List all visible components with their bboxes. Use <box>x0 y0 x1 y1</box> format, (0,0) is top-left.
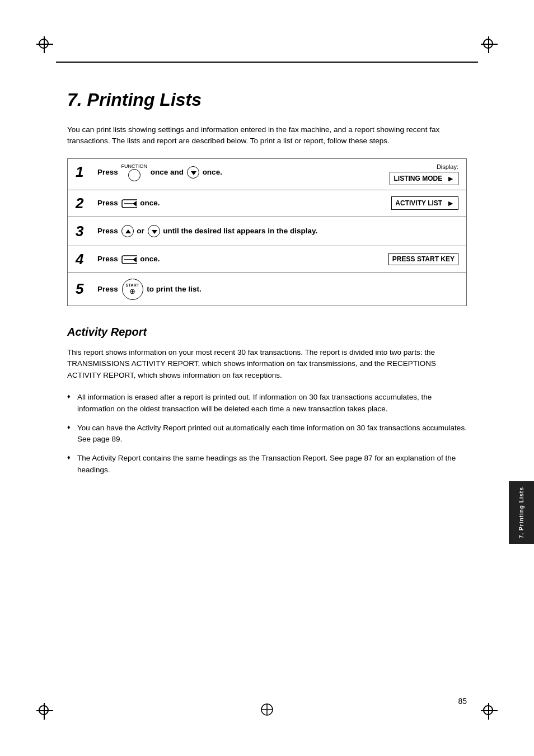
step4-text: Press once. <box>97 254 160 264</box>
side-tab: 7. Printing Lists <box>509 481 534 544</box>
display-header: Display: <box>366 163 458 170</box>
enter-button-2 <box>121 198 137 208</box>
bottom-center-mark <box>259 701 275 720</box>
step-row-1: 1 Press FUNCTION once and <box>68 158 467 190</box>
start-symbol: ⊕ <box>129 287 135 295</box>
svg-marker-3 <box>191 171 196 175</box>
step-number-5: 5 <box>76 280 95 298</box>
top-rule <box>56 62 478 63</box>
down-button-1 <box>187 166 199 179</box>
step1-text: Press FUNCTION once and <box>97 163 222 181</box>
main-content: 7. Printing Lists You can print lists sh… <box>67 73 467 483</box>
chapter-title: 7. Printing Lists <box>67 90 467 110</box>
display-box-2: ACTIVITY LIST ► <box>391 196 458 210</box>
step-row-2: 2 Press <box>68 190 467 217</box>
start-label: START <box>125 283 139 287</box>
activity-report-title: Activity Report <box>67 326 467 339</box>
step-row-5: 5 Press START ⊕ to print the list. <box>68 273 467 306</box>
step-row-4: 4 Press <box>68 246 467 273</box>
function-button <box>128 169 140 181</box>
step-number-1: 1 <box>76 163 95 181</box>
display-box-4: PRESS START KEY <box>388 253 458 265</box>
bullet-item-2: You can have the Activity Report printed… <box>67 422 467 445</box>
step-number-2: 2 <box>76 195 95 212</box>
step-number-4: 4 <box>76 251 95 268</box>
display-text-2: ACTIVITY LIST <box>395 199 442 207</box>
steps-table: 1 Press FUNCTION once and <box>67 158 467 306</box>
bullet-list: All information is erased after a report… <box>67 392 467 476</box>
bullet-item-3: The Activity Report contains the same he… <box>67 453 467 476</box>
intro-paragraph: You can print lists showing settings and… <box>67 124 467 147</box>
activity-report-intro: This report shows information on your mo… <box>67 347 467 382</box>
step3-text: Press or <box>97 225 317 237</box>
corner-mark-tr <box>478 34 500 56</box>
start-button: START ⊕ <box>122 279 143 300</box>
svg-marker-8 <box>152 230 157 234</box>
corner-mark-tl <box>34 34 56 56</box>
down-button-3 <box>148 225 160 237</box>
activity-report-section: Activity Report This report shows inform… <box>67 326 467 476</box>
display-box-1: LISTING MODE ► <box>390 172 458 185</box>
page-number: 85 <box>458 697 467 706</box>
up-button-3 <box>121 225 134 237</box>
display-arrow-1: ► <box>447 174 455 183</box>
step-row-3: 3 Press or <box>68 217 467 246</box>
corner-mark-bl <box>34 700 56 722</box>
bullet-item-1: All information is erased after a report… <box>67 392 467 415</box>
display-text-4: PRESS START KEY <box>392 255 455 263</box>
corner-mark-br <box>478 700 500 722</box>
enter-button-4 <box>121 254 137 264</box>
svg-marker-7 <box>125 229 131 233</box>
step5-text: Press START ⊕ to print the list. <box>97 279 202 300</box>
display-text-1: LISTING MODE <box>394 175 442 182</box>
display-arrow-2: ► <box>447 199 455 208</box>
step-number-3: 3 <box>76 223 95 240</box>
step2-text: Press once. <box>97 198 160 208</box>
